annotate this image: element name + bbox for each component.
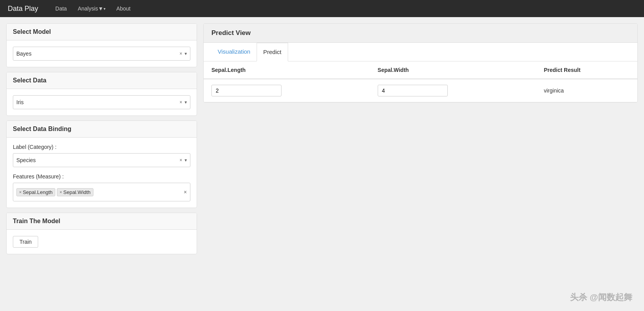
cell-predict-result: virginica bbox=[536, 79, 637, 102]
navbar-link-data[interactable]: Data bbox=[50, 0, 72, 17]
data-select-controls: × ▾ bbox=[179, 100, 187, 105]
select-data-body: Iris × ▾ bbox=[7, 89, 197, 115]
train-model-card: Train The Model Train bbox=[6, 213, 197, 254]
model-select-arrow[interactable]: ▾ bbox=[185, 51, 187, 56]
model-select-value: Bayes bbox=[16, 51, 179, 57]
data-select-wrapper[interactable]: Iris × ▾ bbox=[13, 95, 190, 109]
col-predict-result: Predict Result bbox=[536, 61, 637, 79]
predict-table-container: Sepal.Length Sepal.Width Predict Result bbox=[204, 61, 637, 102]
select-model-header: Select Model bbox=[7, 24, 197, 40]
cell-sepal-length bbox=[204, 79, 370, 102]
select-binding-body: Label (Category) : Species × ▾ Features … bbox=[7, 138, 197, 208]
predict-view-header: Predict View bbox=[204, 24, 637, 43]
left-panel: Select Model Bayes × ▾ Select Data Iris … bbox=[6, 23, 197, 305]
label-select-wrapper[interactable]: Species × ▾ bbox=[13, 153, 190, 167]
select-binding-card: Select Data Binding Label (Category) : S… bbox=[6, 121, 197, 208]
tag-sepal-width: × Sepal.Width bbox=[57, 188, 93, 196]
predict-row: virginica bbox=[204, 79, 637, 102]
features-tags-clear[interactable]: × bbox=[184, 189, 187, 195]
model-select-wrapper[interactable]: Bayes × ▾ bbox=[13, 47, 190, 61]
navbar-links: Data Analysis▼ About bbox=[50, 0, 136, 17]
label-category-label: Label (Category) : bbox=[13, 144, 190, 150]
train-model-body: Train bbox=[7, 230, 197, 254]
label-select-value: Species bbox=[16, 157, 179, 163]
predict-view-card: Predict View Visualization Predict Sepal… bbox=[203, 23, 638, 103]
tab-visualization[interactable]: Visualization bbox=[211, 43, 257, 61]
select-model-body: Bayes × ▾ bbox=[7, 40, 197, 67]
train-model-header: Train The Model bbox=[7, 213, 197, 230]
select-data-card: Select Data Iris × ▾ bbox=[6, 72, 197, 116]
navbar-link-analysis[interactable]: Analysis▼ bbox=[72, 0, 111, 17]
input-sepal-width[interactable] bbox=[378, 85, 448, 96]
label-select-arrow[interactable]: ▾ bbox=[185, 157, 187, 163]
features-tags-wrapper[interactable]: × Sepal.Length × Sepal.Width × bbox=[13, 183, 190, 201]
navbar-brand[interactable]: Data Play bbox=[8, 5, 38, 13]
select-data-header: Select Data bbox=[7, 72, 197, 89]
predict-table: Sepal.Length Sepal.Width Predict Result bbox=[204, 61, 637, 102]
data-select-value: Iris bbox=[16, 99, 179, 105]
tag-sepal-length-remove[interactable]: × bbox=[19, 190, 21, 194]
select-binding-header: Select Data Binding bbox=[7, 121, 197, 138]
cell-sepal-width bbox=[370, 79, 536, 102]
label-select-controls: × ▾ bbox=[179, 157, 187, 163]
model-select-controls: × ▾ bbox=[179, 51, 187, 56]
navbar-link-about[interactable]: About bbox=[111, 0, 136, 17]
navbar: Data Play Data Analysis▼ About bbox=[0, 0, 644, 17]
tab-predict[interactable]: Predict bbox=[257, 43, 288, 61]
main-content: Select Model Bayes × ▾ Select Data Iris … bbox=[0, 17, 644, 311]
tag-sepal-width-remove[interactable]: × bbox=[60, 190, 62, 194]
tag-sepal-length: × Sepal.Length bbox=[16, 188, 55, 196]
model-select-clear[interactable]: × bbox=[179, 51, 182, 56]
data-select-arrow[interactable]: ▾ bbox=[185, 100, 187, 105]
input-sepal-length[interactable] bbox=[211, 85, 282, 96]
features-measure-label: Features (Measure) : bbox=[13, 173, 190, 180]
data-select-clear[interactable]: × bbox=[179, 100, 182, 105]
right-panel: Predict View Visualization Predict Sepal… bbox=[203, 23, 638, 305]
train-button[interactable]: Train bbox=[13, 236, 38, 248]
col-sepal-width: Sepal.Width bbox=[370, 61, 536, 79]
tabs-bar: Visualization Predict bbox=[204, 43, 637, 61]
col-sepal-length: Sepal.Length bbox=[204, 61, 370, 79]
label-select-clear[interactable]: × bbox=[179, 157, 182, 163]
select-model-card: Select Model Bayes × ▾ bbox=[6, 23, 197, 67]
